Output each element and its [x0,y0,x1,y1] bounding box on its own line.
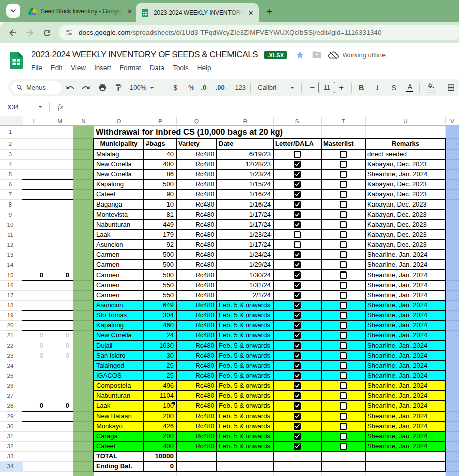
cell-L23[interactable]: 0 [24,351,43,360]
cell-remarks-6[interactable]: Kabayan, Dec. 2023 [367,180,443,189]
cell-remarks-20[interactable]: Shearline, Jan. 2024 [367,321,443,330]
header-remarks[interactable]: Remarks [365,139,445,149]
cell-bags-28[interactable]: 100 [146,401,174,411]
column-header-L[interactable]: L [23,118,47,125]
checkbox-T6[interactable] [340,181,347,188]
cell-date-3[interactable]: 6/19/23 [219,150,271,159]
row-header-16[interactable]: 16 [0,282,20,289]
checkbox-S5[interactable] [294,171,301,178]
move-folder-icon[interactable] [312,50,322,60]
checkbox-S25[interactable] [294,372,301,379]
checkbox-T30[interactable] [340,423,347,430]
undo-button[interactable] [64,81,77,94]
checkbox-S26[interactable] [294,382,301,389]
cell-date-13[interactable]: 1/24/24 [219,250,271,259]
cell-variety-23[interactable]: Rc480 [178,351,214,360]
checkbox-T22[interactable] [340,342,347,349]
decrease-decimal-button[interactable]: .0← [199,84,213,91]
number-format-button[interactable]: 123 [234,84,247,91]
row-header-17[interactable]: 17 [0,292,20,299]
cell-remarks-7[interactable]: Kabayan, Dec. 2023 [367,190,443,199]
cell-variety-8[interactable]: Rc480 [178,200,214,209]
checkbox-S21[interactable] [294,332,301,339]
cell-L22[interactable]: 0 [24,341,43,350]
format-percent-button[interactable]: % [185,84,197,92]
cell-variety-26[interactable]: Rc480 [178,381,214,390]
cell-municipality-32[interactable]: Cateel [96,442,142,451]
checkbox-T15[interactable] [340,271,347,279]
cell-variety-3[interactable]: Rc480 [178,150,214,159]
decrease-font-size-button[interactable]: − [307,83,318,93]
checkbox-S20[interactable] [294,322,301,329]
checkbox-T28[interactable] [340,402,347,410]
checkbox-S31[interactable] [294,433,301,440]
reload-button[interactable] [38,24,55,41]
cell-variety-24[interactable]: Rc480 [178,361,214,370]
cell-municipality-12[interactable]: Asuncion [96,240,142,249]
column-header-M[interactable]: M [47,118,73,125]
cell-date-10[interactable]: 1/17/24 [219,220,271,229]
cell-total-label[interactable]: TOTAL [96,452,142,461]
cell-remarks-13[interactable]: Shearline, Jan. 2024 [367,250,443,259]
checkbox-T4[interactable] [340,161,347,168]
cell-total-value[interactable]: 10000 [146,452,174,461]
cell-remarks-4[interactable]: Kabayan, Dec. 2023 [367,160,443,169]
checkbox-S6[interactable] [294,181,301,188]
cell-date-18[interactable]: Feb. 5 & onwards [219,301,271,310]
close-tab-icon[interactable]: ✕ [247,9,255,17]
checkbox-S17[interactable] [294,292,301,299]
cell-municipality-22[interactable]: Dujali [96,341,142,350]
menu-edit[interactable]: Edit [51,62,62,74]
cell-remarks-24[interactable]: Shearline, Jan. 2024 [367,361,443,370]
checkbox-T17[interactable] [340,292,347,299]
row-header-27[interactable]: 27 [0,392,20,399]
url-bar[interactable]: docs.google.com/spreadsheets/d/1Ud3-TFqd… [59,25,459,40]
row-header-34[interactable]: 34 [0,463,20,470]
cell-bags-23[interactable]: 30 [146,351,174,360]
cell-bags-7[interactable]: 90 [146,190,174,199]
cell-municipality-20[interactable]: Kapalong [96,321,142,330]
new-tab-button[interactable]: + [263,5,276,18]
cell-date-8[interactable]: 1/16/24 [219,200,271,209]
cell-variety-20[interactable]: Rc480 [178,321,214,330]
cell-variety-22[interactable]: Rc480 [178,341,214,350]
close-tab-icon[interactable]: ✕ [126,7,134,15]
row-header-21[interactable]: 21 [0,332,20,339]
column-header-U[interactable]: U [365,118,445,125]
cell-bags-26[interactable]: 496 [146,381,174,390]
checkbox-T3[interactable] [340,151,347,158]
redo-button[interactable] [79,81,92,94]
table-title[interactable]: Withdrawal for inbred CS (10,000 bags at… [96,126,398,138]
cell-variety-21[interactable]: Rc480 [178,331,214,340]
checkbox-T13[interactable] [340,251,347,258]
checkbox-S22[interactable] [294,342,301,349]
cell-variety-25[interactable]: Rc480 [178,371,214,380]
cell-municipality-15[interactable]: Carmen [96,270,142,280]
row-header-31[interactable]: 31 [0,433,20,440]
checkbox-T32[interactable] [340,443,347,450]
cell-variety-6[interactable]: Rc480 [178,180,214,189]
cell-date-22[interactable]: Feb. 5 & onwards [219,341,271,350]
borders-button[interactable] [444,81,457,94]
cell-date-30[interactable]: Feb. 5 & onwards [219,422,271,431]
checkbox-S15[interactable] [294,271,301,279]
cell-bags-13[interactable]: 500 [146,250,174,259]
name-box[interactable]: X34 [0,103,42,111]
cell-bags-29[interactable]: 200 [146,412,174,421]
header-municipality[interactable]: Municipality [94,139,144,149]
cell-variety-4[interactable]: Rc480 [178,160,214,169]
cloud-offline-icon[interactable] [328,50,339,60]
row-header-9[interactable]: 9 [0,211,20,218]
tab-seed-stock-inventory[interactable]: Seed Stock Inventory - Google D ✕ [23,0,137,22]
checkbox-S9[interactable] [294,211,301,218]
row-header-22[interactable]: 22 [0,342,20,349]
cell-remarks-14[interactable]: Shearline, Jan. 2024 [367,260,443,269]
back-button[interactable] [4,24,21,41]
cell-bags-8[interactable]: 10 [146,200,174,209]
cell-date-26[interactable]: Feb. 5 & onwards [219,381,271,390]
menu-file[interactable]: File [31,62,42,74]
cell-date-32[interactable]: Feb. 5 & onwards [219,442,271,451]
checkbox-S10[interactable] [294,221,301,228]
cell-variety-16[interactable]: Rc480 [178,281,214,290]
cell-variety-11[interactable]: Rc480 [178,230,214,239]
